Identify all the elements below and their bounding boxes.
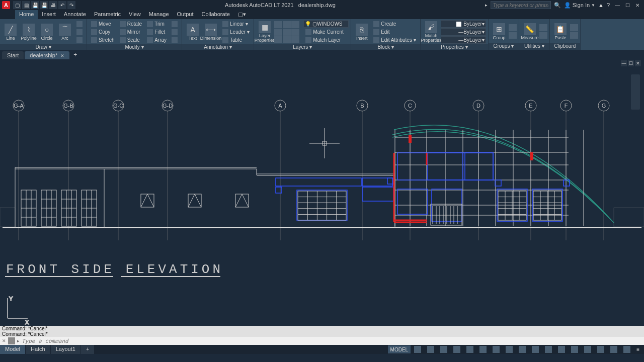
fillet-button[interactable]: Fillet	[145, 28, 169, 36]
viewport-maximize-button[interactable]: ☐	[628, 60, 634, 66]
panel-utilities-title[interactable]: Utilities ▾	[519, 43, 549, 50]
group-edit-icon[interactable]	[509, 32, 517, 39]
status-annomonitor-icon[interactable]	[555, 345, 568, 353]
tab-hatch[interactable]: Hatch	[26, 345, 51, 354]
search-icon[interactable]: 🔍	[554, 2, 561, 9]
qat-saveas-icon[interactable]: 💾	[40, 1, 48, 9]
tab-output[interactable]: Output	[173, 10, 198, 19]
create-block-button[interactable]: Create	[371, 20, 418, 28]
layer-state-icon[interactable]	[291, 29, 299, 36]
panel-properties-title[interactable]: Properties ▾	[421, 44, 488, 50]
status-grid-icon[interactable]	[412, 345, 424, 353]
minimize-button[interactable]: —	[613, 1, 622, 9]
tab-view[interactable]: View	[125, 10, 145, 19]
hatch-button[interactable]	[74, 28, 85, 36]
rotate-button[interactable]: Rotate	[118, 20, 144, 28]
navigation-bar[interactable]	[631, 74, 640, 110]
layer-iso-icon[interactable]	[274, 29, 282, 36]
text-button[interactable]: AText	[184, 24, 201, 41]
layer-properties-button[interactable]: ▦Layer Properties	[256, 21, 273, 43]
status-snap-icon[interactable]	[425, 345, 437, 353]
status-transparency-icon[interactable]	[503, 345, 515, 353]
panel-annotation-title[interactable]: Annotation ▾	[182, 44, 254, 50]
circle-button[interactable]: ○Circle	[38, 24, 55, 41]
qat-save-icon[interactable]: 💾	[31, 1, 39, 9]
status-polar-icon[interactable]	[451, 345, 463, 353]
tab-annotate[interactable]: Annotate	[60, 10, 90, 19]
layer-walk-icon[interactable]	[283, 36, 291, 43]
tab-manage[interactable]: Manage	[145, 10, 173, 19]
status-quickprops-icon[interactable]	[582, 345, 594, 353]
select-icon[interactable]	[539, 32, 547, 39]
dimension-button[interactable]: ⟷Dimension	[202, 24, 219, 41]
group-button[interactable]: ⊞Group	[491, 23, 508, 40]
close-button[interactable]: ✕	[633, 1, 642, 9]
linear-button[interactable]: Linear ▾	[220, 20, 252, 28]
search-input[interactable]	[491, 1, 551, 9]
explode-button[interactable]	[170, 28, 180, 36]
qat-open-icon[interactable]: ▤	[22, 1, 30, 9]
tab-layout1[interactable]: Layout1	[51, 345, 81, 354]
edit-attributes-button[interactable]: Edit Attributes ▾	[371, 36, 418, 44]
panel-groups-title[interactable]: Groups ▾	[489, 43, 519, 50]
app-logo[interactable]: A	[2, 1, 10, 9]
current-layer-dropdown[interactable]: 💡 ▢ WINDOWS	[303, 20, 349, 28]
array-button[interactable]: Array	[145, 36, 169, 44]
panel-block-title[interactable]: Block ▾	[351, 44, 420, 50]
mirror-button[interactable]: Mirror	[118, 28, 144, 36]
leader-button[interactable]: Leader ▾	[220, 28, 252, 36]
app-exchange-icon[interactable]: ▲	[598, 2, 604, 8]
copy-clip-icon[interactable]	[570, 32, 578, 39]
linetype-dropdown[interactable]: — ByLayer ▾	[441, 36, 486, 44]
color-dropdown[interactable]: ByLayer ▾	[441, 20, 486, 28]
layer-uniso-icon[interactable]	[283, 29, 291, 36]
tab-home[interactable]: Home	[15, 10, 38, 19]
layer-misc-icon[interactable]	[291, 36, 299, 43]
close-tab-icon[interactable]: ✕	[60, 53, 64, 58]
edit-block-button[interactable]: Edit	[371, 28, 418, 36]
status-hardware-icon[interactable]	[608, 345, 620, 353]
command-input[interactable]	[22, 338, 642, 344]
arc-button[interactable]: ⌒Arc	[56, 24, 73, 41]
ungroup-icon[interactable]	[509, 24, 517, 31]
new-tab-button[interactable]: +	[70, 50, 80, 59]
panel-modify-title[interactable]: Modify ▾	[87, 44, 182, 50]
status-otrack-icon[interactable]	[477, 345, 489, 353]
status-cleanscreen-icon[interactable]	[621, 345, 633, 353]
layer-freeze-icon[interactable]	[283, 21, 291, 28]
make-current-button[interactable]: Make Current	[303, 28, 349, 36]
tab-insert[interactable]: Insert	[38, 10, 60, 19]
erase-button[interactable]	[170, 20, 180, 28]
tab-collaborate[interactable]: Collaborate	[198, 10, 234, 19]
panel-layers-title[interactable]: Layers ▾	[254, 44, 351, 50]
line-button[interactable]: ╱Line	[2, 24, 19, 41]
status-lwt-icon[interactable]	[490, 345, 502, 353]
polyline-button[interactable]: ⌇Polyline	[20, 24, 37, 41]
maximize-button[interactable]: ☐	[623, 1, 632, 9]
trim-button[interactable]: Trim	[145, 20, 169, 28]
copy-button[interactable]: Copy	[89, 28, 117, 36]
layer-off-icon[interactable]	[274, 21, 282, 28]
scale-button[interactable]: Scale	[118, 36, 144, 44]
panel-draw-title[interactable]: Draw ▾	[0, 44, 87, 50]
qat-plot-icon[interactable]: 🖶	[49, 1, 57, 9]
cut-icon[interactable]	[570, 24, 578, 31]
qat-new-icon[interactable]: ▢	[13, 1, 21, 9]
insert-block-button[interactable]: ⎘Insert	[353, 24, 370, 41]
table-button[interactable]: Table	[220, 36, 252, 44]
status-model-button[interactable]: MODEL	[388, 345, 411, 353]
help-icon[interactable]: ?	[607, 2, 610, 8]
status-units-icon[interactable]	[569, 345, 581, 353]
lineweight-dropdown[interactable]: — ByLayer ▾	[441, 28, 486, 36]
match-layer-button[interactable]: Match Layer	[303, 36, 349, 44]
qat-redo-icon[interactable]: ↷	[67, 1, 75, 9]
move-button[interactable]: Move	[89, 20, 117, 28]
cmd-close-icon[interactable]: ✕	[2, 338, 6, 343]
match-properties-button[interactable]: 🖌Match Properties	[423, 21, 440, 43]
calc-icon[interactable]	[539, 24, 547, 31]
paste-button[interactable]: 📋Paste	[552, 23, 569, 40]
viewport-minimize-button[interactable]: —	[621, 60, 627, 66]
status-annoscale-icon[interactable]	[529, 345, 541, 353]
layer-prev-icon[interactable]	[274, 36, 282, 43]
status-workspace-icon[interactable]	[542, 345, 554, 353]
